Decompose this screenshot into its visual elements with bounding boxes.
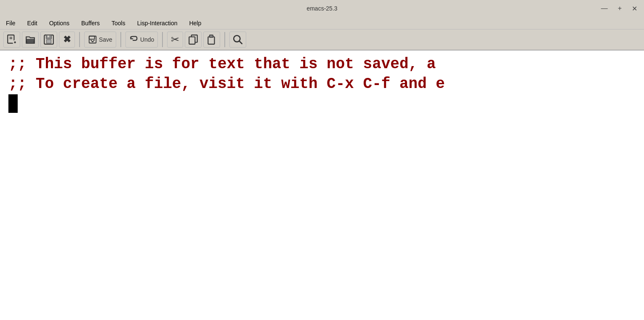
title-bar: emacs-25.3 — + ✕ xyxy=(0,0,644,17)
svg-line-17 xyxy=(240,41,242,44)
editor-line-2: ;; To create a file, visit it with C-x C… xyxy=(8,75,636,94)
save-file-button[interactable] xyxy=(40,32,57,48)
svg-rect-13 xyxy=(189,37,195,44)
new-file-button[interactable] xyxy=(3,32,20,48)
menu-edit[interactable]: Edit xyxy=(26,19,39,27)
copy-button[interactable] xyxy=(185,32,202,48)
window-title: emacs-25.3 xyxy=(306,5,337,12)
editor-line-1: ;; This buffer is for text that is not s… xyxy=(8,55,636,75)
undo-icon xyxy=(129,35,138,44)
cut-button[interactable]: ✂ xyxy=(167,32,183,48)
save-file-icon xyxy=(43,34,54,45)
maximize-button[interactable]: + xyxy=(615,4,624,13)
menu-lisp-interaction[interactable]: Lisp-Interaction xyxy=(136,19,179,27)
menu-file[interactable]: File xyxy=(4,19,17,27)
minimize-button[interactable]: — xyxy=(599,4,610,13)
menu-tools[interactable]: Tools xyxy=(110,19,127,27)
paste-icon xyxy=(206,34,217,45)
cut-icon: ✂ xyxy=(171,34,179,45)
toolbar: ✖ Save Undo ✂ xyxy=(0,29,644,51)
cursor xyxy=(8,94,18,113)
copy-icon xyxy=(188,34,199,45)
separator-3 xyxy=(162,32,163,47)
open-file-icon xyxy=(25,34,36,45)
kill-buffer-icon: ✖ xyxy=(63,34,71,45)
editor-area[interactable]: ;; This buffer is for text that is not s… xyxy=(0,51,644,320)
search-icon xyxy=(232,34,243,45)
svg-rect-15 xyxy=(210,35,213,37)
svg-rect-14 xyxy=(208,37,215,44)
menu-bar: File Edit Options Buffers Tools Lisp-Int… xyxy=(0,17,644,29)
save-named-icon xyxy=(88,35,97,44)
menu-options[interactable]: Options xyxy=(48,19,71,27)
svg-rect-9 xyxy=(48,35,49,37)
svg-rect-8 xyxy=(47,40,51,43)
save-named-label: Save xyxy=(99,36,112,43)
paste-button[interactable] xyxy=(203,32,220,48)
separator-4 xyxy=(224,32,225,47)
new-file-icon xyxy=(6,34,17,45)
menu-help[interactable]: Help xyxy=(187,19,203,27)
undo-label: Undo xyxy=(140,36,154,43)
svg-rect-10 xyxy=(89,36,95,39)
search-button[interactable] xyxy=(229,32,246,48)
undo-button[interactable]: Undo xyxy=(125,32,158,48)
open-file-button[interactable] xyxy=(22,32,39,48)
save-named-button[interactable]: Save xyxy=(84,32,116,48)
kill-buffer-button[interactable]: ✖ xyxy=(59,32,75,48)
editor-line-3 xyxy=(8,94,636,115)
close-button[interactable]: ✕ xyxy=(629,4,640,13)
menu-buffers[interactable]: Buffers xyxy=(80,19,101,27)
window-controls: — + ✕ xyxy=(599,4,640,13)
separator-1 xyxy=(79,32,80,47)
separator-2 xyxy=(120,32,121,47)
